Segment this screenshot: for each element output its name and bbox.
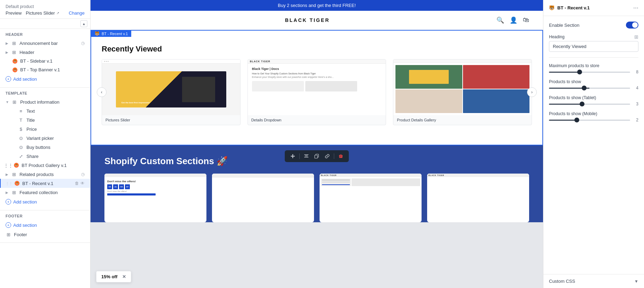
bt-icon: 🐯 [15,181,19,186]
shopify-cards-row: Don't miss the offers! 03 21 54 07 Don't… [104,174,529,222]
sidebar-item-bt-top-banner[interactable]: 🐯 BT - Top Banner v.1 [0,65,90,74]
products-mobile-label: Products to show (Mobile) [549,111,638,116]
sidebar-item-related[interactable]: ▶ ⊞ Related products ◷ [0,170,90,179]
product-card-img-2 [393,59,532,115]
discount-banner: 15% off ✕ [96,271,131,282]
custom-css-row[interactable]: Custom CSS ▼ [543,274,644,288]
svg-rect-4 [315,155,317,158]
add-section-header[interactable]: + Add section [0,74,90,84]
product-card-0: Get the best first impression Pictures S… [102,59,241,125]
sidebar-item-price[interactable]: $ Price [0,125,90,134]
discount-text: 15% off [101,274,117,279]
change-link[interactable]: Change [69,10,85,16]
products-show-range[interactable] [549,88,630,89]
canvas-area[interactable]: BLACK TIGER 🔍 👤 🛍 🐯 BT - Recent v.1 Rece… [91,11,543,288]
right-panel-header: 🐯 BT - Recent v.1 ··· [543,0,644,16]
top-banner: Buy 2 sections and get the third FREE! [91,0,543,11]
expand-icon: ▼ [6,100,9,104]
account-icon[interactable]: 👤 [510,16,517,24]
drag-handle-icon: ⋮⋮ [6,181,12,186]
product-card-info-0: Pictures Slider [102,115,240,125]
right-panel-title: 🐯 BT - Recent v.1 [549,5,590,10]
recently-viewed-section: 🐯 BT - Recent v.1 Recently Viewed ‹ [91,30,543,145]
products-tablet-value: 3 [633,102,638,106]
enable-section-row: Enable Section [549,22,638,29]
grid-icon: ⊞ [12,99,17,105]
sidebar-item-bt-recent[interactable]: ⋮⋮ 🐯 BT - Recent v.1 🗑 👁 [0,179,90,188]
add-section-template[interactable]: + Add section [0,197,90,207]
sidebar-item-featured[interactable]: ▶ ⊞ Featured collection [0,188,90,197]
sidebar-top: Default product Preview Pictures Slider … [0,0,90,19]
max-products-range[interactable] [549,72,630,73]
sidebar-item-product-information[interactable]: ▼ ⊞ Product information [0,97,90,106]
scroll-up-button[interactable]: ▲ [80,20,87,27]
mini-nav [102,59,240,64]
right-panel-body: Enable Section Heading ⊞ Maximum product… [543,16,644,274]
sidebar-item-header[interactable]: ▶ ⊞ Header [0,48,90,57]
products-tablet-range[interactable] [549,104,630,105]
toolbar-move-button[interactable] [288,152,297,160]
sidebar-item-bt-sidebar[interactable]: 🐯 BT - Sidebar v.1 [0,57,90,65]
search-icon[interactable]: 🔍 [496,16,504,24]
products-show-label: Products to show [549,79,638,84]
preview-value: Pictures Slider [26,10,55,16]
sidebar-item-announcement[interactable]: ▶ ⊞ Announcement bar ◷ [0,39,90,48]
card-name-1: Details Dropdown [251,118,383,122]
products-mobile-range[interactable] [549,120,630,121]
svg-rect-2 [304,157,308,158]
hide-icon[interactable]: ◷ [81,41,85,46]
discount-close-button[interactable]: ✕ [122,274,126,279]
header-section: Header ▶ ⊞ Announcement bar ◷ ▶ ⊞ Header… [0,29,90,88]
variant-icon: ⊙ [18,135,24,141]
page-label: Default product [6,4,85,9]
expand-icon: ▶ [6,173,8,176]
toolbar-link-button[interactable] [323,152,332,160]
item-actions: ◷ [81,41,85,46]
bt-icon: 🐯 [13,59,17,64]
template-section: Template ▼ ⊞ Product information ≡ Text … [0,88,90,210]
add-section-footer[interactable]: + Add section [0,220,90,230]
sidebar-item-share[interactable]: ⤢ Share [0,152,90,161]
right-panel: 🐯 BT - Recent v.1 ··· Enable Section Hea… [543,0,644,288]
main-content: Buy 2 sections and get the third FREE! B… [91,0,543,288]
toolbar-align-button[interactable] [302,152,311,160]
footer-section-title: Footer [0,214,90,220]
drag-handle: ⋮⋮ [6,162,11,168]
sidebar-item-buy[interactable]: ⊙ Buy buttons [0,143,90,152]
carousel-right-button[interactable]: › [527,87,537,97]
sidebar-item-variant[interactable]: ⊙ Variant picker [0,134,90,143]
svg-rect-1 [305,156,308,157]
product-card-img-1: BLACK TIGER Black Tiger | Docs How to Ge… [248,59,386,115]
grid-icon: ⊞ [11,40,17,46]
sidebar-item-footer[interactable]: ⊞ Footer [0,230,90,239]
shopify-card-3: BLACK TIGER [427,174,529,222]
hide-icon[interactable]: ◷ [81,172,85,177]
cart-icon[interactable]: 🛍 [523,16,529,24]
more-button[interactable]: ··· [633,4,638,11]
divider-1 [549,57,638,58]
sidebar-item-title[interactable]: T Title [0,115,90,125]
grid-icon: ⊞ [11,190,17,195]
heading-input[interactable] [549,41,638,52]
heading-label: Heading [549,34,565,39]
sidebar-item-bt-gallery[interactable]: ⋮⋮ 🐯 BT Product Gallery v.1 [0,161,90,170]
expand-icon: ▶ [6,41,8,45]
toolbar-copy-button[interactable] [312,152,321,160]
delete-icon[interactable]: 🗑 [75,181,79,186]
preview-label: Preview [6,10,22,16]
external-link-icon[interactable]: ↗ [56,11,59,15]
card-name-0: Pictures Slider [105,118,237,122]
product-cards-row: Get the best first impression Pictures S… [102,59,532,125]
bt-icon: 🐯 [14,163,19,168]
section-tag-emoji: 🐯 [95,31,100,36]
enable-section-label: Enable Section [549,23,579,28]
sidebar-item-text[interactable]: ≡ Text [0,106,90,115]
enable-section-toggle[interactable] [626,22,638,29]
toolbar-delete-button[interactable] [336,152,345,160]
plus-icon: + [6,76,11,82]
product-card-info-1: Details Dropdown [248,115,386,125]
eye-icon[interactable]: 👁 [80,181,85,186]
recently-viewed-title: Recently Viewed [102,45,532,54]
carousel-left-button[interactable]: ‹ [97,87,107,97]
max-products-value: 8 [633,70,638,74]
